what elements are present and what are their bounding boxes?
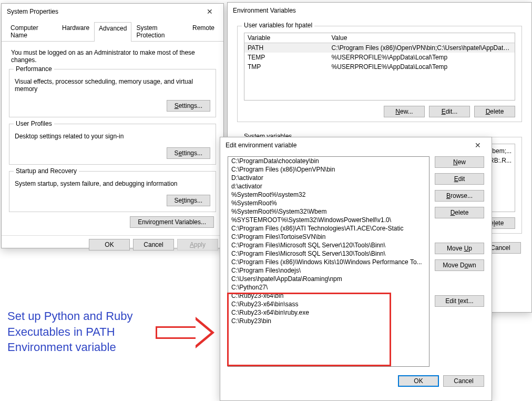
tab-advanced[interactable]: Advanced bbox=[94, 22, 131, 42]
system-properties-titlebar: System Properties ✕ bbox=[2, 4, 223, 19]
system-properties-tabs: Computer Name Hardware Advanced System P… bbox=[2, 19, 223, 42]
col-variable[interactable]: Variable bbox=[244, 33, 329, 43]
list-item[interactable]: D:\activator bbox=[228, 174, 429, 182]
editpath-edit-button[interactable]: Edit bbox=[435, 173, 484, 185]
user-new-button[interactable]: New... bbox=[384, 106, 425, 117]
list-item[interactable]: C:\Users\hpatel\AppData\Roaming\npm bbox=[228, 275, 429, 283]
performance-legend: Performance bbox=[14, 65, 54, 73]
table-row[interactable]: PATH C:\Program Files (x86)\OpenVPN\bin;… bbox=[244, 43, 515, 53]
system-properties-title: System Properties bbox=[7, 8, 199, 15]
list-item[interactable]: %SYSTEMROOT%\System32\WindowsPowerShell\… bbox=[228, 216, 429, 224]
list-item[interactable]: C:\Program Files (x86)\Windows Kits\10\W… bbox=[228, 258, 429, 266]
edit-environment-variable-window: Edit environment variable ✕ C:\ProgramDa… bbox=[220, 137, 492, 401]
tab-computer-name[interactable]: Computer Name bbox=[6, 22, 57, 41]
list-item[interactable]: C:\Program Files\Microsoft SQL Server\12… bbox=[228, 241, 429, 249]
close-icon[interactable]: ✕ bbox=[467, 141, 488, 149]
tab-hardware[interactable]: Hardware bbox=[57, 22, 94, 41]
editpath-edittext-button[interactable]: Edit text... bbox=[435, 295, 484, 307]
editpath-movedown-button[interactable]: Move Down bbox=[435, 259, 484, 271]
user-delete-button[interactable]: Delete bbox=[474, 106, 515, 117]
table-row[interactable]: TEMP %USERPROFILE%\AppData\Local\Temp bbox=[244, 53, 515, 62]
path-entries-list[interactable]: C:\ProgramData\chocolatey\bin C:\Program… bbox=[228, 156, 429, 367]
sysprops-ok-button[interactable]: OK bbox=[89, 239, 130, 250]
editpath-delete-button[interactable]: Delete bbox=[435, 207, 484, 218]
list-item[interactable]: C:\Ruby23\bin bbox=[228, 317, 429, 325]
tab-remote[interactable]: Remote bbox=[188, 22, 219, 41]
list-item[interactable]: C:\Program Files (x86)\OpenVPN\bin bbox=[228, 165, 429, 174]
list-item[interactable]: C:\Ruby23-x64\bin\ruby.exe bbox=[228, 308, 429, 317]
startup-recovery-legend: Startup and Recovery bbox=[14, 167, 79, 175]
user-profiles-group: User Profiles Desktop settings related t… bbox=[9, 124, 216, 165]
sysprops-cancel-button[interactable]: Cancel bbox=[133, 239, 174, 250]
list-item[interactable]: d:\activator bbox=[228, 182, 429, 191]
list-item[interactable]: C:\Program Files (x86)\ATI Technologies\… bbox=[228, 224, 429, 233]
list-item[interactable]: %SystemRoot%\System32\Wbem bbox=[228, 207, 429, 216]
system-properties-window: System Properties ✕ Computer Name Hardwa… bbox=[1, 3, 224, 248]
envvars-titlebar: Environment Variables bbox=[228, 3, 531, 18]
list-item[interactable]: C:\Program Files\Microsoft SQL Server\13… bbox=[228, 249, 429, 258]
startup-recovery-settings-button[interactable]: Settings... bbox=[167, 195, 210, 206]
list-item[interactable]: C:\Program Files\nodejs\ bbox=[228, 266, 429, 275]
performance-settings-button[interactable]: Settings... bbox=[167, 100, 210, 112]
list-item[interactable]: %SystemRoot% bbox=[228, 199, 429, 207]
admin-note: You must be logged on as an Administrato… bbox=[11, 49, 215, 64]
startup-recovery-desc: System startup, system failure, and debu… bbox=[15, 180, 210, 187]
list-item[interactable]: C:\ProgramData\chocolatey\bin bbox=[228, 157, 429, 165]
user-edit-button[interactable]: Edit... bbox=[429, 106, 470, 117]
editpath-ok-button[interactable]: OK bbox=[398, 375, 439, 387]
user-variables-legend: User variables for hpatel bbox=[242, 22, 314, 29]
list-item[interactable]: C:\Ruby23-x64\bin bbox=[228, 292, 429, 300]
list-item[interactable]: %SystemRoot%\system32 bbox=[228, 191, 429, 199]
startup-recovery-group: Startup and Recovery System startup, sys… bbox=[9, 171, 216, 212]
environment-variables-button[interactable]: Environment Variables... bbox=[130, 216, 214, 228]
col-value[interactable]: Value bbox=[329, 33, 515, 43]
user-variables-table[interactable]: Variable Value PATH C:\Program Files (x8… bbox=[244, 33, 515, 101]
envvars-title: Environment Variables bbox=[233, 7, 528, 14]
table-row[interactable]: TMP %USERPROFILE%\AppData\Local\Temp bbox=[244, 62, 515, 72]
tab-system-protection[interactable]: System Protection bbox=[131, 22, 188, 41]
list-item[interactable]: C:\Ruby23-x64\bin\sass bbox=[228, 300, 429, 308]
editpath-titlebar: Edit environment variable ✕ bbox=[220, 137, 492, 153]
sysprops-apply-button: Apply bbox=[177, 239, 218, 250]
editpath-cancel-button[interactable]: Cancel bbox=[443, 375, 484, 387]
list-item[interactable]: C:\Program Files\TortoiseSVN\bin bbox=[228, 233, 429, 241]
editpath-browse-button[interactable]: Browse... bbox=[435, 190, 484, 202]
user-variables-section: User variables for hpatel Variable Value… bbox=[237, 26, 522, 122]
annotation-text: Set up Python and Ruby Executables in PA… bbox=[7, 308, 133, 355]
editpath-new-button[interactable]: New bbox=[435, 156, 484, 168]
performance-group: Performance Visual effects, processor sc… bbox=[9, 69, 216, 117]
user-profiles-desc: Desktop settings related to your sign-in bbox=[15, 133, 210, 140]
editpath-moveup-button[interactable]: Move Up bbox=[435, 243, 484, 254]
close-icon[interactable]: ✕ bbox=[199, 7, 220, 16]
performance-desc: Visual effects, processor scheduling, me… bbox=[15, 78, 210, 93]
user-profiles-legend: User Profiles bbox=[14, 120, 54, 127]
editpath-title: Edit environment variable bbox=[226, 142, 467, 149]
list-item[interactable]: C:\Python27\ bbox=[228, 283, 429, 292]
arrow-icon bbox=[156, 317, 219, 348]
user-profiles-settings-button[interactable]: Settings... bbox=[167, 147, 210, 159]
